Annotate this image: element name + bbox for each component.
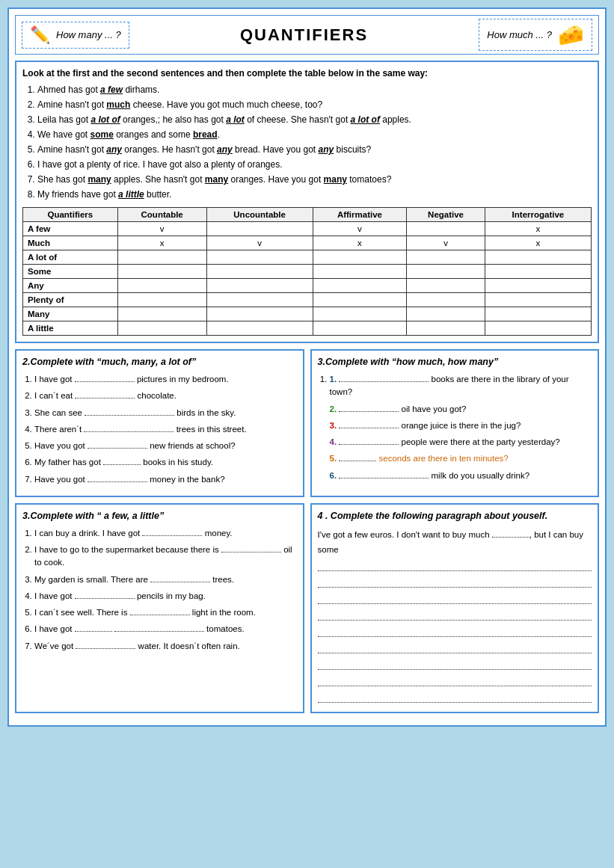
ex3b-item6: I have got tomatoes. — [34, 623, 297, 635]
exercise2-title: 2.Complete with “much, many, a lot of” — [22, 357, 297, 367]
table-cell-3-1 — [117, 265, 206, 279]
answer-line-5 — [318, 624, 592, 637]
ex3a-item4: 4. people were there at the party yester… — [330, 436, 592, 449]
table-cell-4-4 — [407, 279, 485, 293]
how-much-label: How much ... ? — [487, 29, 552, 40]
ex3a-item2: 2. oil have you got? — [330, 403, 592, 416]
col-countable: Countable — [117, 208, 206, 222]
table-cell-6-0: Many — [23, 307, 118, 321]
bottom-grid: 2.Complete with “much, many, a lot of” I… — [15, 349, 599, 713]
table-cell-3-0: Some — [23, 265, 118, 279]
table-header-row: Quantifiers Countable Uncountable Affirm… — [23, 208, 592, 222]
table-cell-0-2 — [206, 222, 313, 236]
header-right-box: How much ... ? 🧀 — [479, 19, 592, 51]
exercise3a-title: 3.Complete with “how much, how many” — [318, 357, 592, 367]
table-cell-1-1: x — [117, 236, 206, 250]
table-cell-3-5 — [485, 265, 591, 279]
table-cell-2-1 — [117, 250, 206, 265]
ex3a-item5: 5. seconds are there in ten minutes? — [330, 452, 592, 465]
table-cell-1-4: v — [407, 236, 485, 250]
table-cell-5-4 — [407, 293, 485, 307]
table-cell-4-2 — [206, 279, 313, 293]
exercise2-list: I have got pictures in my bedroom. I can… — [34, 373, 297, 486]
table-cell-7-5 — [485, 321, 591, 336]
table-cell-7-2 — [206, 321, 313, 336]
table-row-2: A lot of — [23, 250, 592, 265]
ex2-item2: I can´t eat chocolate. — [34, 390, 297, 402]
pencil-icon: ✏️ — [30, 25, 50, 45]
table-cell-5-0: Plenty of — [23, 293, 118, 307]
exercise4-intro: I've got a few euros. I don't want to bu… — [318, 530, 584, 555]
answer-line-8 — [318, 673, 592, 686]
exercise3a-list: 1. books are there in the library of you… — [330, 373, 592, 482]
page-wrapper: ✏️ How many ... ? QUANTIFIERS How much .… — [7, 7, 607, 727]
table-cell-1-5: x — [485, 236, 591, 250]
sentence-6: I have got a plenty of rice. I have got … — [37, 158, 592, 171]
ex3b-item4: I have got pencils in my bag. — [34, 590, 297, 603]
ex2-item3: She can see birds in the sky. — [34, 407, 297, 419]
ex2-item5: Have you got new friends at school? — [34, 440, 297, 452]
table-cell-6-4 — [407, 307, 485, 321]
sentence-list: Ahmed has got a few dirhams. Amine hasn'… — [37, 83, 592, 201]
exercise3b-title: 3.Complete with “ a few, a little” — [22, 511, 297, 521]
table-cell-6-2 — [206, 307, 313, 321]
section1: Look at the first and the second sentenc… — [15, 61, 599, 343]
ex3b-item7: We´ve got water. It doesn´t often rain. — [34, 640, 297, 653]
table-cell-5-3 — [313, 293, 407, 307]
header: ✏️ How many ... ? QUANTIFIERS How much .… — [15, 15, 599, 55]
exercise3a-box: 3.Complete with “how much, how many” 1. … — [310, 349, 600, 497]
ex3b-item2: I have to go to the supermarket because … — [34, 544, 297, 570]
table-cell-1-3: x — [313, 236, 407, 250]
answer-line-6 — [318, 640, 592, 653]
table-cell-0-4 — [407, 222, 485, 236]
answer-line-4 — [318, 607, 592, 621]
page-title: QUANTIFIERS — [129, 25, 479, 45]
table-cell-5-1 — [117, 293, 206, 307]
exercise4-box: 4 . Complete the following paragraph abo… — [310, 503, 600, 713]
exercise3b-box: 3.Complete with “ a few, a little” I can… — [15, 503, 304, 713]
ex3b-item5: I can´t see well. There is light in the … — [34, 606, 297, 619]
ex2-item4: There aren´t trees in this street. — [34, 423, 297, 436]
ex3a-item3: 3. orange juice is there in the jug? — [330, 419, 592, 432]
section1-instruction: Look at the first and the second sentenc… — [22, 68, 592, 79]
ex2-item6: My father has got books in his study. — [34, 456, 297, 469]
col-uncountable: Uncountable — [206, 208, 313, 222]
exercise3b-list: I can buy a drink. I have got money. I h… — [34, 527, 297, 653]
col-negative: Negative — [407, 208, 485, 222]
answer-line-3 — [318, 591, 592, 604]
exercise4-content: I've got a few euros. I don't want to bu… — [318, 527, 592, 703]
table-cell-5-2 — [206, 293, 313, 307]
ex3a-item6: 6. milk do you usually drink? — [330, 470, 592, 482]
sentence-5: Amine hasn't got any oranges. He hasn't … — [37, 143, 592, 156]
table-cell-5-5 — [485, 293, 591, 307]
header-left-box: ✏️ How many ... ? — [22, 22, 129, 49]
table-cell-6-1 — [117, 307, 206, 321]
table-cell-4-3 — [313, 279, 407, 293]
sentence-1: Ahmed has got a few dirhams. — [37, 83, 592, 96]
table-row-7: A little — [23, 321, 592, 336]
ex3a-item1: 1. books are there in the library of you… — [330, 373, 592, 399]
table-row-5: Plenty of — [23, 293, 592, 307]
table-cell-7-3 — [313, 321, 407, 336]
ex2-item7: Have you got money in the bank? — [34, 473, 297, 486]
table-cell-2-0: A lot of — [23, 250, 118, 265]
ex3b-item3: My garden is small. There are trees. — [34, 573, 297, 586]
table-body: A fewvvxMuchxvxvxA lot ofSomeAnyPlenty o… — [23, 222, 592, 336]
table-cell-6-3 — [313, 307, 407, 321]
exercise2-box: 2.Complete with “much, many, a lot of” I… — [15, 349, 304, 497]
answer-line-7 — [318, 656, 592, 670]
sentence-4: We have got some oranges and some bread. — [37, 128, 592, 141]
answer-line-2 — [318, 574, 592, 588]
table-cell-2-3 — [313, 250, 407, 265]
table-cell-3-4 — [407, 265, 485, 279]
sentence-7: She has got many apples. She hasn't got … — [37, 173, 592, 186]
table-cell-1-2: v — [206, 236, 313, 250]
table-cell-4-1 — [117, 279, 206, 293]
table-row-4: Any — [23, 279, 592, 293]
table-cell-3-3 — [313, 265, 407, 279]
table-cell-2-4 — [407, 250, 485, 265]
answer-line-9 — [318, 689, 592, 703]
table-cell-4-0: Any — [23, 279, 118, 293]
table-cell-3-2 — [206, 265, 313, 279]
table-cell-7-4 — [407, 321, 485, 336]
